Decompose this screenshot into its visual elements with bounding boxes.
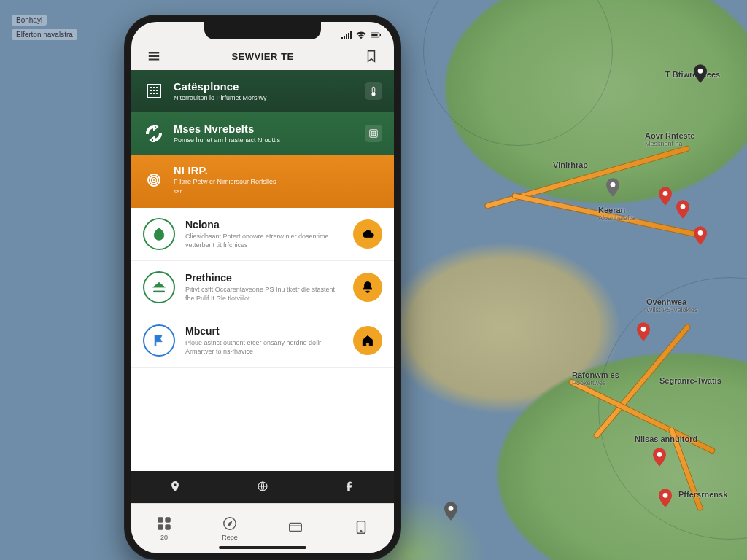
bell-icon [361,281,374,294]
flag-icon [152,333,166,348]
spiral-icon [145,171,163,189]
map-pin[interactable] [676,200,689,219]
svg-point-6 [657,452,662,457]
list-right-badge[interactable] [353,326,382,355]
banner-subtitle: Niterrauiton lo Pirfumet Morsiwy [174,94,356,101]
cycle-icon [143,122,165,144]
map-place-label: Pffersrnensk [678,490,727,499]
map-place-label: Aovr RntesteMesknent ha [645,131,694,147]
map-place-label: T Btiwretatees [665,70,720,79]
f-icon [344,481,356,492]
share-item[interactable] [169,481,181,494]
map-pin[interactable] [659,489,672,508]
map-pin[interactable] [444,502,457,521]
map-pin[interactable] [659,187,672,206]
list-title: Prethince [185,272,343,284]
app-title: SEWVIER TE [231,51,293,62]
cycle-icon [145,125,163,142]
list-subtitle: Pitivt csfft Occarentaveone PS Inu tketr… [185,286,343,303]
tab-bar: 20Repe [131,503,394,553]
bookmark-button[interactable] [360,50,382,63]
svg-rect-10 [371,34,377,36]
svg-point-8 [449,506,454,511]
svg-rect-11 [380,34,381,36]
list-subtitle: Cliesidhsant Potert onowre etrerw nier d… [185,233,343,249]
svg-point-7 [663,493,668,498]
map-corner-label: Bonhayi [12,15,47,26]
tab-label: 20 [160,534,168,541]
banner-item[interactable]: CatësplonceNiterrauiton lo Pirfumet Mors… [131,70,394,112]
phone-frame: SEWVIER TE CatësplonceNiterrauiton lo Pi… [124,15,401,560]
share-bar [131,471,394,503]
tab-item[interactable] [353,519,369,537]
home-indicator[interactable] [219,546,306,549]
map-place-label: Segranre-Twatis [659,376,721,385]
pin-icon [169,481,181,492]
banner-item[interactable]: NI IRP.F Itrre Petw er Nimiersour Rorfsl… [131,155,394,208]
map-pin[interactable] [694,226,707,245]
menu-button[interactable] [143,50,165,63]
svg-point-3 [681,204,686,209]
device-icon [353,519,369,535]
keypad-icon [368,128,379,139]
globe-icon [257,481,268,492]
card-icon [287,519,303,535]
bookmark-icon [365,50,378,63]
share-item[interactable] [344,481,356,494]
list-right-badge[interactable] [353,273,382,302]
phone-notch [204,22,321,39]
banner-subtitle: Pomse huhet am hrastenact Nrodttis [174,136,356,144]
list-title: Nclona [185,219,343,230]
status-icons [341,31,381,39]
shelter-icon [152,280,166,295]
building-icon [143,80,165,102]
banner-title: Mses Nvrebelts [174,123,356,135]
tab-item[interactable]: Repe [222,516,238,541]
map-pin[interactable] [637,322,650,341]
map-place-label: Vinirhrap [553,160,588,169]
app-header: SEWVIER TE [131,48,394,70]
flag-icon [143,324,175,357]
signal-icon [341,31,352,39]
list-item[interactable]: PrethincePitivt csfft Occarentaveone PS … [131,261,394,314]
svg-point-4 [698,230,703,236]
tab-label: Repe [222,534,238,541]
banner-title: Catësplonce [174,81,356,93]
banner-right-chip[interactable] [365,125,382,142]
shelter-icon [143,271,175,303]
tab-item[interactable] [287,519,303,537]
leaf-icon [143,218,175,250]
tab-item[interactable]: 20 [156,516,172,541]
banner-title: NI IRP. [174,165,382,176]
cloud-icon [361,228,374,241]
svg-point-5 [641,327,646,332]
map-pin[interactable] [606,178,619,197]
list-item[interactable]: NclonaCliesidhsant Potert onowre etrerw … [131,208,394,261]
wifi-icon [356,31,366,39]
banner-tag: sar [174,188,382,195]
menu-icon [147,50,160,63]
spiral-icon [143,169,165,191]
thermometer-icon [368,86,379,96]
map-place-label: Rafonwm esPookettwes [572,370,619,386]
battery-icon [371,31,381,39]
map-place-label: Nilsas annultord [635,435,697,443]
list-right-badge[interactable] [353,219,382,249]
list-subtitle: Pioue astnct outhont etcer onsany herdne… [185,339,343,356]
banner-right-chip[interactable] [365,82,382,100]
share-item[interactable] [257,481,268,494]
banner-subtitle: F Itrre Petw er Nimiersour Rorfslles [174,178,382,185]
banner-item[interactable]: Mses NvrebeltsPomse huhet am hrastenact … [131,112,394,155]
map-place-label: OvenhweaWilst PS-Velokies [646,298,698,314]
compass-icon [222,516,238,532]
svg-point-1 [611,182,616,187]
grid-icon [156,516,172,532]
list-item[interactable]: MbcurtPioue astnct outhont etcer onsany … [131,314,394,368]
building-icon [145,82,163,100]
map-place-label: KeeranAloenhelafta [598,206,635,222]
map-pin[interactable] [653,448,666,467]
svg-point-2 [663,191,668,196]
home-icon [361,334,374,347]
content-list[interactable]: NclonaCliesidhsant Potert onowre etrerw … [131,208,394,471]
map-pin[interactable] [694,64,707,83]
